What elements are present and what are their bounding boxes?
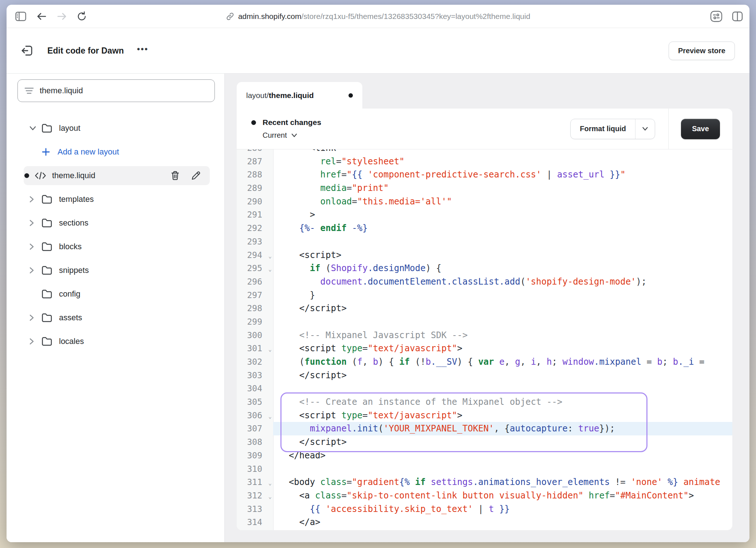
fold-chevron-icon[interactable]: ⌄ [268, 410, 272, 423]
code-line-311[interactable]: 311⌄ <body class="gradient{% if settings… [237, 475, 732, 489]
version-label: Current [263, 131, 287, 140]
search-input[interactable] [40, 86, 208, 95]
sidebar-folder-sections[interactable]: sections [17, 214, 215, 232]
chevron-right-icon[interactable] [29, 338, 42, 345]
line-number: 288 [237, 168, 273, 181]
extensions-icon[interactable] [710, 11, 722, 22]
code-line-293[interactable]: 293 [237, 235, 732, 248]
version-select[interactable]: Current [263, 131, 321, 140]
line-number: 294⌄ [237, 248, 273, 262]
code-line-312[interactable]: 312⌄ <a class="skip-to-content-link butt… [237, 489, 732, 502]
rename-file-icon[interactable] [191, 171, 201, 181]
line-number: 312⌄ [237, 489, 273, 502]
fold-chevron-icon[interactable]: ⌄ [268, 263, 272, 276]
fold-chevron-icon[interactable]: ⌄ [268, 250, 272, 263]
code-text [273, 462, 732, 476]
code-line-297[interactable]: 297 } [237, 289, 732, 302]
code-line-292[interactable]: 292 {%- endif -%} [237, 222, 732, 235]
code-line-305[interactable]: 305 <!-- Create an instance of the Mixpa… [237, 395, 732, 409]
format-options-dropdown[interactable] [635, 119, 655, 139]
folder-icon [42, 337, 59, 346]
code-line-300[interactable]: 300 <!-- Mixpanel Javascript SDK --> [237, 329, 732, 342]
line-number: 304 [237, 382, 273, 395]
code-text: <!-- Create an instance of the Mixpanel … [273, 395, 732, 409]
filter-icon [24, 87, 34, 95]
back-icon[interactable] [36, 12, 47, 21]
plus-icon [42, 148, 50, 156]
code-editor[interactable]: 286 <link287 rel="stylesheet"288 href="{… [237, 149, 732, 530]
save-button[interactable]: Save [681, 119, 720, 139]
code-line-303[interactable]: 303 </script> [237, 369, 732, 382]
reload-icon[interactable] [77, 11, 87, 21]
code-line-309[interactable]: 309 </head> [237, 449, 732, 462]
code-line-288[interactable]: 288 href="{{ 'component-predictive-searc… [237, 168, 732, 181]
code-line-304[interactable]: 304 [237, 382, 732, 395]
code-line-290[interactable]: 290 onload="this.media='all'" [237, 195, 732, 208]
format-liquid-button[interactable]: Format liquid [570, 119, 655, 139]
sidebar-folder-templates[interactable]: templates [17, 190, 215, 209]
chevron-down-icon [291, 133, 297, 137]
line-number: 293 [237, 235, 273, 248]
tab-theme-liquid[interactable]: layout/theme.liquid [237, 82, 362, 109]
code-line-294[interactable]: 294⌄ <script> [237, 248, 732, 262]
code-line-299[interactable]: 299 [237, 315, 732, 329]
exit-editor-icon[interactable] [21, 44, 34, 57]
sidebar-folder-locales[interactable]: locales [17, 332, 215, 351]
tab-label: layout/theme.liquid [246, 91, 314, 100]
code-line-289[interactable]: 289 media="print" [237, 181, 732, 195]
split-view-icon[interactable] [732, 11, 743, 21]
code-line-308[interactable]: 308 </script> [237, 435, 732, 449]
code-line-286[interactable]: 286 <link [237, 149, 732, 155]
code-line-310[interactable]: 310 [237, 462, 732, 476]
preview-store-button[interactable]: Preview store [669, 42, 735, 60]
chevron-right-icon[interactable] [29, 196, 42, 203]
sidebar-folder-snippets[interactable]: snippets [17, 261, 215, 280]
fold-chevron-icon[interactable]: ⌄ [268, 477, 272, 490]
forward-icon[interactable] [57, 12, 67, 21]
chevron-right-icon[interactable] [29, 219, 42, 227]
code-line-306[interactable]: 306⌄ <script type="text/javascript"> [237, 409, 732, 422]
code-text: mixpanel.init('YOUR_MIXPANEL_TOKEN', {au… [273, 422, 732, 435]
sidebar-folder-blocks[interactable]: blocks [17, 237, 215, 256]
code-text: (function (f, b) { if (!b.__SV) { var e,… [273, 355, 732, 369]
address-bar[interactable]: admin.shopify.com/store/rzq1xu-f5/themes… [226, 5, 530, 28]
sidebar-toggle-icon[interactable] [15, 12, 26, 21]
browser-toolbar: admin.shopify.com/store/rzq1xu-f5/themes… [7, 5, 749, 28]
sidebar-item-theme-liquid[interactable]: theme.liquid [24, 166, 210, 185]
line-number: 298 [237, 302, 273, 315]
code-line-296[interactable]: 296 document.documentElement.classList.a… [237, 275, 732, 289]
chevron-right-icon[interactable] [29, 243, 42, 250]
folder-icon [42, 289, 59, 299]
code-line-291[interactable]: 291 > [237, 208, 732, 222]
more-actions-button[interactable]: ••• [137, 44, 148, 57]
code-line-301[interactable]: 301⌄ <script type="text/javascript"> [237, 342, 732, 355]
delete-file-icon[interactable] [170, 171, 180, 181]
file-search[interactable] [17, 79, 215, 102]
sidebar-folder-layout[interactable]: layout [17, 119, 215, 138]
code-line-313[interactable]: 313 {{ 'accessibility.skip_to_text' | t … [237, 502, 732, 516]
code-line-295[interactable]: 295⌄ if (Shopify.designMode) { [237, 262, 732, 275]
fold-chevron-icon[interactable]: ⌄ [268, 343, 272, 356]
fold-chevron-icon[interactable]: ⌄ [268, 490, 272, 504]
code-text: if (Shopify.designMode) { [273, 262, 732, 275]
line-number: 302 [237, 355, 273, 369]
code-line-314[interactable]: 314 </a> [237, 516, 732, 529]
folder-icon [42, 313, 59, 322]
code-line-298[interactable]: 298 </script> [237, 302, 732, 315]
code-line-302[interactable]: 302 (function (f, b) { if (!b.__SV) { va… [237, 355, 732, 369]
sidebar-folder-config[interactable]: config [17, 285, 215, 304]
code-line-287[interactable]: 287 rel="stylesheet" [237, 155, 732, 168]
line-number: 307 [237, 422, 273, 435]
chevron-right-icon[interactable] [29, 314, 42, 321]
unsaved-dot [349, 93, 353, 98]
chevron-right-icon[interactable] [29, 267, 42, 274]
line-number: 306⌄ [237, 409, 273, 422]
folder-icon [42, 195, 59, 204]
sidebar-folder-assets[interactable]: assets [17, 308, 215, 327]
add-new-layout-button[interactable]: Add a new layout [17, 142, 215, 161]
file-sidebar: layoutAdd a new layout theme.liquid temp… [7, 74, 225, 542]
chevron-down-icon[interactable] [29, 126, 42, 131]
editor-card: Recent changes Current Format liquid [237, 109, 732, 530]
format-liquid-label[interactable]: Format liquid [571, 119, 635, 139]
code-line-307[interactable]: 307 mixpanel.init('YOUR_MIXPANEL_TOKEN',… [237, 422, 732, 435]
